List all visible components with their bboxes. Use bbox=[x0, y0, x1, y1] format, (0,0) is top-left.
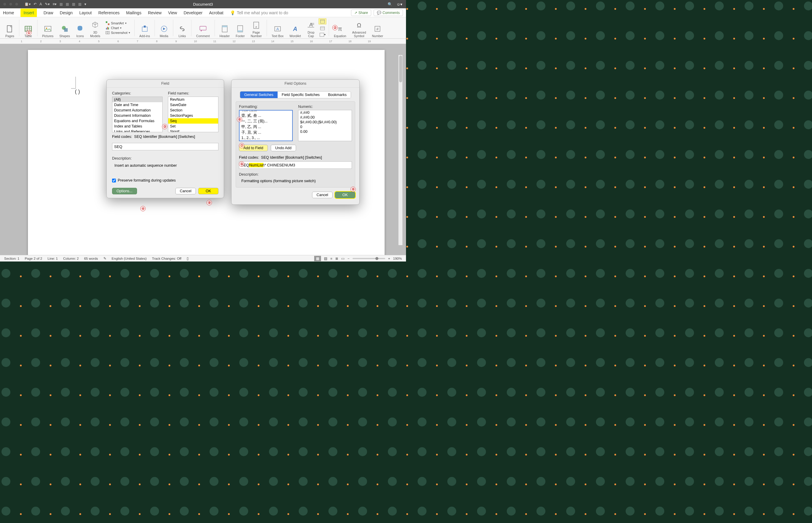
fn-section[interactable]: Section bbox=[168, 108, 218, 113]
options-ok-button[interactable]: OK bbox=[335, 192, 355, 198]
status-lang[interactable]: English (United States) bbox=[112, 257, 147, 260]
fn-sectionpages[interactable]: SectionPages bbox=[168, 113, 218, 118]
tab-general-switches[interactable]: General Switches bbox=[240, 92, 277, 98]
num-2[interactable]: #,##0.00 bbox=[299, 115, 351, 120]
undo-add-button[interactable]: Undo Add bbox=[271, 145, 296, 151]
ribbon-textbox[interactable]: AText Box bbox=[269, 18, 286, 38]
ribbon-shapes[interactable]: Shapes bbox=[57, 18, 73, 38]
zoom-level[interactable]: 190% bbox=[393, 257, 402, 260]
status-words[interactable]: 65 words bbox=[84, 257, 98, 260]
fn-seq[interactable]: Seq bbox=[168, 118, 218, 124]
zoom-in-icon[interactable]: + bbox=[388, 257, 390, 260]
options-button[interactable]: Options... bbox=[112, 188, 137, 194]
fmt-123[interactable]: 1., 2., 3., ... bbox=[239, 136, 292, 140]
formatting-listbox[interactable]: Title case 壹, 贰, 叁 ... 一, 二, 三 (简)... 甲,… bbox=[239, 110, 293, 141]
ribbon-screenshot[interactable]: Screenshot▾ bbox=[106, 31, 130, 35]
fieldnames-listbox[interactable]: RevNum SaveDate Section SectionPages Seq… bbox=[168, 96, 218, 132]
status-column[interactable]: Column: 2 bbox=[63, 257, 79, 260]
preserve-check-input[interactable] bbox=[112, 179, 116, 182]
ribbon-comment[interactable]: Comment bbox=[194, 18, 212, 38]
categories-listbox[interactable]: (All) Date and Time Document Automation … bbox=[112, 96, 163, 132]
ribbon-number[interactable]: #Number bbox=[370, 18, 385, 38]
ribbon-datetime[interactable] bbox=[319, 25, 326, 31]
fn-set[interactable]: Set bbox=[168, 124, 218, 129]
spellcheck-icon[interactable]: ✎ bbox=[104, 256, 106, 260]
status-section[interactable]: Section: 1 bbox=[4, 257, 19, 260]
tab-layout[interactable]: Layout bbox=[79, 8, 92, 17]
paragraph-icon[interactable]: ≡▾ bbox=[53, 2, 56, 6]
cat-docauto[interactable]: Document Automation bbox=[112, 108, 162, 113]
view-draft-icon[interactable]: ▭ bbox=[341, 256, 344, 260]
comments-button[interactable]: 💬Comments bbox=[374, 10, 403, 16]
share-button[interactable]: ↗Share bbox=[351, 10, 371, 16]
search-icon[interactable]: 🔍 bbox=[387, 2, 392, 6]
cat-links[interactable]: Links and References bbox=[112, 129, 162, 132]
tab-insert[interactable]: Insert bbox=[20, 8, 37, 17]
ribbon-header[interactable]: Header bbox=[217, 18, 232, 38]
view-web-icon[interactable]: ≡ bbox=[330, 257, 332, 260]
more-icon[interactable]: ▾ bbox=[85, 2, 86, 6]
tab-home[interactable]: Home bbox=[3, 8, 14, 17]
cat-datetime[interactable]: Date and Time bbox=[112, 102, 162, 108]
cat-idx[interactable]: Index and Tables bbox=[112, 124, 162, 129]
tab-design[interactable]: Design bbox=[60, 8, 73, 17]
ruler-horizontal[interactable]: 12345678910111213141516171819 bbox=[0, 39, 406, 44]
tab-draw[interactable]: Draw bbox=[43, 8, 53, 17]
options-cancel-button[interactable]: Cancel bbox=[312, 192, 332, 198]
zoom-out-icon[interactable]: − bbox=[347, 257, 349, 260]
tab-developer[interactable]: Developer bbox=[184, 8, 203, 17]
undo-icon[interactable]: ↶ bbox=[34, 2, 37, 6]
cat-docinfo[interactable]: Document Information bbox=[112, 113, 162, 118]
ribbon-media[interactable]: Media bbox=[157, 18, 170, 38]
num-1[interactable]: #,##0 bbox=[299, 110, 351, 115]
fmt-chinese4[interactable]: 子, 丑, 寅 ... bbox=[239, 130, 292, 136]
tab-view[interactable]: View bbox=[168, 8, 177, 17]
vertical-scrollbar[interactable] bbox=[398, 55, 402, 245]
layout4-icon[interactable]: ▦ bbox=[78, 2, 82, 6]
minimize-window-icon[interactable] bbox=[9, 2, 13, 6]
tab-field-specific[interactable]: Field Specific Switches bbox=[277, 92, 324, 98]
field-code-input[interactable] bbox=[112, 143, 218, 150]
num-4[interactable]: 0 bbox=[299, 125, 351, 129]
fn-skipif[interactable]: SkipIf bbox=[168, 129, 218, 132]
ribbon-chart[interactable]: Chart▾ bbox=[106, 26, 130, 30]
ribbon-advsym[interactable]: ΩAdvanced Symbol bbox=[350, 18, 368, 38]
account-icon[interactable]: ☺▾ bbox=[396, 2, 402, 6]
ribbon-wordart[interactable]: AWordArt bbox=[287, 18, 303, 38]
ribbon-icons[interactable]: Icons bbox=[73, 18, 87, 38]
zoom-slider[interactable] bbox=[353, 258, 385, 259]
field-cancel-button[interactable]: Cancel bbox=[175, 188, 196, 194]
preserve-checkbox[interactable]: Preserve formatting during updates bbox=[112, 178, 218, 182]
ribbon-pagenum[interactable]: #Page Number bbox=[248, 18, 264, 38]
fmt-chinese3[interactable]: 甲, 乙, 丙 ... bbox=[239, 124, 292, 130]
tab-bookmarks[interactable]: Bookmarks bbox=[324, 92, 351, 98]
tab-references[interactable]: References bbox=[98, 8, 120, 17]
ribbon-pictures[interactable]: Pictures bbox=[40, 18, 56, 38]
tab-acrobat[interactable]: Acrobat bbox=[209, 8, 223, 17]
ribbon-addins[interactable]: Add-ins bbox=[137, 18, 152, 38]
fmt-chinese1[interactable]: 壹, 贰, 叁 ... bbox=[239, 113, 292, 119]
ribbon-pages[interactable]: Pages bbox=[3, 18, 17, 38]
cat-eq[interactable]: Equations and Formulas bbox=[112, 118, 162, 124]
layout1-icon[interactable]: ▦ bbox=[59, 2, 63, 6]
fn-revnum[interactable]: RevNum bbox=[168, 97, 218, 102]
paste-icon[interactable]: 📋▾ bbox=[24, 2, 31, 6]
numeric-listbox[interactable]: #,##0 #,##0.00 $#,##0.00;($#,##0.00) 0 0… bbox=[298, 110, 352, 141]
view-focus-icon[interactable]: ▤ bbox=[324, 256, 327, 260]
status-track[interactable]: Track Changes: Off bbox=[152, 257, 181, 260]
view-outline-icon[interactable]: ≣ bbox=[335, 256, 338, 260]
fmt-titlecase[interactable]: Title case bbox=[239, 110, 292, 113]
macro-icon[interactable]: ▯ bbox=[187, 256, 189, 260]
status-line[interactable]: Line: 1 bbox=[48, 257, 58, 260]
seq-input[interactable]: SEQ NumList \* CHINESENUM3 bbox=[239, 161, 352, 169]
num-3[interactable]: $#,##0.00;($#,##0.00) bbox=[299, 120, 351, 125]
maximize-window-icon[interactable] bbox=[15, 2, 18, 6]
view-print-icon[interactable]: ▦ bbox=[314, 256, 321, 261]
ribbon-smartart[interactable]: SmartArt▾ bbox=[106, 21, 130, 25]
layout3-icon[interactable]: ▦ bbox=[72, 2, 75, 6]
fmt-chinese2[interactable]: 一, 二, 三 (简)... bbox=[239, 119, 292, 124]
ribbon-object[interactable]: ▾ bbox=[319, 32, 326, 37]
tab-review[interactable]: Review bbox=[148, 8, 162, 17]
cat-all[interactable]: (All) bbox=[112, 97, 162, 102]
ribbon-quickparts[interactable] bbox=[319, 18, 326, 24]
